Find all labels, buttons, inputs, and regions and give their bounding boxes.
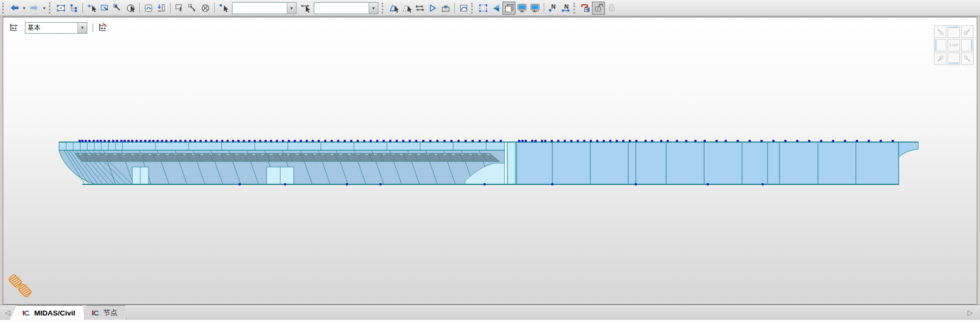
- view-cube-corner-sw[interactable]: [934, 53, 946, 65]
- svg-text:C: C: [93, 309, 99, 317]
- node-number-letter: N: [551, 3, 556, 10]
- node-number-button[interactable]: N: [546, 2, 559, 15]
- view-cube-edge-left[interactable]: [934, 39, 946, 51]
- select-intersect-button[interactable]: [85, 2, 98, 15]
- display-option-button[interactable]: [528, 2, 541, 15]
- select-window-button[interactable]: [98, 2, 111, 15]
- select-plane-button[interactable]: [142, 2, 155, 15]
- hidden-surface-icon: [505, 4, 514, 12]
- select-plane-icon: [144, 4, 153, 12]
- unlock-model-button[interactable]: [592, 2, 605, 15]
- display-icon: [517, 3, 527, 12]
- swap-selection-button[interactable]: [413, 2, 426, 15]
- select-single-button[interactable]: [217, 2, 230, 15]
- shrink-elements-icon: [581, 3, 590, 12]
- undo-button[interactable]: [8, 2, 21, 15]
- unselect-circle-button[interactable]: [199, 2, 212, 15]
- select-tree-button[interactable]: [67, 2, 80, 15]
- chevron-down-icon[interactable]: ▾: [369, 3, 378, 14]
- display-option-icon: [530, 3, 540, 12]
- zoom-window-button[interactable]: [476, 2, 489, 15]
- view-cube-label: TOP: [949, 43, 959, 48]
- shrink-elements-button[interactable]: [579, 2, 592, 15]
- select-previous-icon: [113, 4, 122, 12]
- toolbar-grip[interactable]: [2, 3, 5, 14]
- play-icon: [428, 4, 437, 12]
- select-line-button[interactable]: [299, 2, 312, 15]
- select-identity-button[interactable]: [54, 2, 67, 15]
- arrow-sw-icon: [963, 28, 971, 36]
- lock-icon: [607, 3, 616, 12]
- unselect-previous-icon: [188, 4, 197, 12]
- polygon-unselect-icon: [402, 4, 411, 12]
- view-cube-center[interactable]: TOP: [947, 39, 960, 51]
- toolbar-separator: [544, 3, 544, 13]
- select-previous-button[interactable]: [111, 2, 124, 15]
- select-name-input[interactable]: [233, 3, 287, 14]
- toolbar-separator: [139, 3, 140, 13]
- undo-icon: [10, 4, 19, 12]
- hidden-surface-button[interactable]: [502, 2, 515, 15]
- toolbar-grip[interactable]: [382, 3, 385, 14]
- view-cube-corner-ne[interactable]: [961, 25, 973, 38]
- accent-bar: [971, 40, 972, 50]
- move-plane-icon: [98, 23, 108, 33]
- select-circle-button[interactable]: [124, 2, 137, 15]
- select-tree-icon: [69, 4, 79, 12]
- view-cube-corner-se[interactable]: [961, 53, 973, 65]
- redo-icon: [30, 4, 39, 12]
- polygon-select-icon: [389, 4, 398, 12]
- element-number-button[interactable]: N: [559, 2, 572, 15]
- undo-dropdown[interactable]: ▾: [21, 2, 28, 15]
- chevron-down-icon[interactable]: ▾: [78, 23, 87, 33]
- chevron-down-icon[interactable]: ▾: [287, 3, 296, 14]
- tab-label: 节点: [104, 308, 118, 318]
- perspective-view-button[interactable]: [489, 2, 502, 15]
- rotate-view-button[interactable]: [457, 2, 470, 15]
- select-list-input[interactable]: [314, 3, 369, 14]
- select-list-combobox[interactable]: ▾: [314, 2, 378, 14]
- select-polyline-button[interactable]: [155, 2, 168, 15]
- unselect-window-icon: [175, 4, 184, 12]
- view-cube-edge-top[interactable]: [947, 25, 960, 38]
- capture-model-icon: [441, 4, 450, 12]
- accent-bar: [949, 62, 959, 64]
- unselect-window-button[interactable]: [173, 2, 186, 15]
- tab-scroll-right-button[interactable]: ▷: [963, 305, 978, 320]
- view-cube-edge-right[interactable]: [961, 39, 973, 51]
- polygon-select-button[interactable]: [387, 2, 400, 15]
- main-toolbar: ▾ ▾: [0, 0, 980, 16]
- svg-text:C: C: [24, 309, 29, 317]
- select-identity-icon: [56, 4, 66, 12]
- polygon-unselect-button[interactable]: [400, 2, 413, 15]
- toolbar-separator: [454, 3, 455, 13]
- redo-dropdown[interactable]: ▾: [41, 2, 48, 15]
- select-single-icon: [219, 4, 228, 12]
- lock-model-button[interactable]: [605, 2, 618, 15]
- view-cube-corner-nw[interactable]: [934, 25, 946, 38]
- plane-combobox[interactable]: ▾: [25, 22, 87, 34]
- display-button[interactable]: [515, 2, 528, 15]
- named-plane-button[interactable]: [8, 21, 21, 34]
- view-cube-edge-bottom[interactable]: [947, 53, 960, 65]
- toolbar-grip[interactable]: [49, 3, 52, 14]
- toolbar-grip[interactable]: [471, 3, 474, 14]
- unselect-circle-icon: [201, 4, 210, 12]
- tab-midas-civil[interactable]: C MIDAS/Civil: [10, 305, 85, 320]
- play-button[interactable]: [426, 2, 439, 15]
- perspective-view-icon: [492, 4, 501, 12]
- capture-model-button[interactable]: [439, 2, 452, 15]
- plane-toolbar-separator: [93, 23, 93, 32]
- named-plane-icon: [9, 23, 20, 33]
- redo-button[interactable]: [28, 2, 41, 15]
- swap-selection-icon: [415, 4, 424, 12]
- move-plane-button[interactable]: [96, 21, 109, 34]
- model-view-canvas[interactable]: ▾ TOP: [3, 17, 977, 305]
- tab-jiedian[interactable]: C 节点: [79, 305, 127, 320]
- unselect-previous-button[interactable]: [186, 2, 199, 15]
- toolbar-grip[interactable]: [573, 3, 577, 14]
- element-number-icon: N: [561, 3, 571, 12]
- select-window-icon: [100, 4, 109, 12]
- plane-combobox-input[interactable]: [25, 23, 78, 33]
- select-name-combobox[interactable]: ▾: [232, 2, 296, 14]
